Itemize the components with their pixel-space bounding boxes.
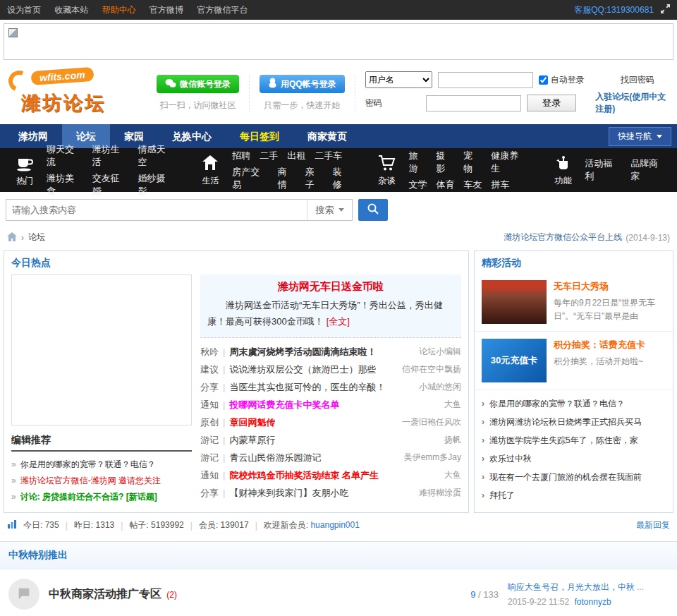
news-link[interactable]: 说说潍坊双层公交（旅游巴士）那些 <box>229 361 376 378</box>
news-author[interactable]: 美伊emm多Jay <box>404 449 461 466</box>
set-homepage-link[interactable]: 设为首页 <box>7 5 41 15</box>
cat-link-food[interactable]: 潍坊美食 <box>47 172 83 198</box>
expand-icon[interactable] <box>661 4 670 16</box>
news-author[interactable]: 小城的悠闲 <box>419 378 461 396</box>
news-link[interactable]: 青云山民俗游乐园游记 <box>229 449 321 466</box>
news-author[interactable]: 难得糊涂蛋 <box>419 484 461 502</box>
mid-autumn-section-header[interactable]: 中秋特别推出 <box>0 541 677 569</box>
headline-title-link[interactable]: 潍坊网无车日送金币啦 <box>207 280 454 294</box>
activity-link[interactable]: 潍坊医学院学生失踪5年了，陈住密，家 <box>489 431 638 449</box>
cat-link-emotion[interactable]: 情感天空 <box>138 143 174 169</box>
cat-link-dating[interactable]: 交友征婚 <box>92 172 129 198</box>
slideshow-placeholder[interactable] <box>11 274 192 425</box>
search-scope-dropdown[interactable]: 搜索 <box>307 200 352 220</box>
qq-login-button[interactable]: 用QQ帐号登录 <box>260 75 345 93</box>
find-password-link[interactable]: 找回密码 <box>621 74 654 86</box>
cat-link-secondhand[interactable]: 二手 <box>260 150 278 162</box>
editor-pick-link[interactable]: 讨论: 房贷提前还合不合适? [新话题] <box>20 489 157 505</box>
today-hot-panel: 今日热点 编辑推荐 » 你是用的哪家的宽带？联通？电信？ » 潍坊论坛官方微信-… <box>4 250 469 513</box>
cat-link-health[interactable]: 健康养生 <box>491 150 527 175</box>
cat-link-literature[interactable]: 文学 <box>408 179 427 191</box>
official-weibo-link[interactable]: 官方微博 <box>150 5 183 15</box>
quick-nav-button[interactable]: 快捷导航 <box>609 127 671 146</box>
cat-link-carpool[interactable]: 拼车 <box>491 179 509 191</box>
news-link[interactable]: 内蒙草原行 <box>229 431 275 449</box>
search-input[interactable] <box>6 200 307 220</box>
activity-link[interactable]: 现在有一个去厦门旅游的机会摆在我面前 <box>489 468 642 486</box>
news-link[interactable]: 院校炸鸡金币抽奖活动结束 名单产生 <box>229 466 379 484</box>
recharge-card-image[interactable]: 30元充值卡 <box>482 339 547 382</box>
cat-link-photography[interactable]: 摄影 <box>436 150 454 175</box>
auto-login-checkbox[interactable] <box>539 76 548 85</box>
editor-pick-link[interactable]: 你是用的哪家的宽带？联通？电信？ <box>20 457 156 473</box>
news-author[interactable]: 信仰在空中飘扬 <box>402 361 461 378</box>
cat-link-car-friends[interactable]: 车友 <box>463 179 482 191</box>
forum-avatar[interactable] <box>8 579 39 610</box>
bookmark-site-link[interactable]: 收藏本站 <box>54 5 88 15</box>
news-link[interactable]: 当医生其实也挺可怜的，医生的辛酸！ <box>229 378 385 396</box>
cat-link-pets[interactable]: 宠物 <box>463 150 482 175</box>
official-wechat-link[interactable]: 官方微信平台 <box>197 5 248 15</box>
cat-link-real-estate[interactable]: 房产交易 <box>232 166 269 191</box>
auto-login-label[interactable]: 自动登录 <box>539 74 615 86</box>
wechat-login-button[interactable]: 微信账号登录 <box>157 75 239 93</box>
cat-link-brand-merchants[interactable]: 品牌商家 <box>630 157 667 183</box>
register-link[interactable]: 入驻论坛(使用中文注册) <box>595 91 670 115</box>
cat-link-activity-benefits[interactable]: 活动福利 <box>585 157 622 183</box>
full-text-link[interactable]: [全文] <box>327 316 350 327</box>
password-input[interactable] <box>426 95 521 111</box>
news-link[interactable]: 周末虞河烧烤季活动圆满滴结束啦！ <box>229 343 376 361</box>
nav-item-yellow-pages[interactable]: 商家黄页 <box>293 124 361 148</box>
activity-link[interactable]: 欢乐过中秋 <box>489 449 532 468</box>
headline-body: 潍坊网送金币活动“无车日大秀场”！秀出公益，秀出健康！最高可获得300金币哦！[… <box>207 298 454 330</box>
separator: | <box>223 413 225 431</box>
last-post-link[interactable]: 响应大鱼号召，月光大放出，中秋 <box>508 582 635 592</box>
activity-link[interactable]: 拜托了 <box>489 486 515 505</box>
news-row: 秋吟| 周末虞河烧烤季活动圆满滴结束啦！ 论坛小编辑 <box>200 343 461 361</box>
editor-pick-link[interactable]: 潍坊论坛官方微信-潍坊网 邀请您关注 <box>20 473 161 489</box>
cat-link-travel[interactable]: 旅游 <box>408 150 427 175</box>
news-author[interactable]: 大鱼 <box>444 466 461 484</box>
cat-link-jobs[interactable]: 招聘 <box>232 150 250 162</box>
new-member-link[interactable]: huangpin001 <box>310 520 359 530</box>
site-logo[interactable]: wfits.com 潍坊论坛 <box>7 66 147 120</box>
search-button[interactable] <box>358 199 388 221</box>
service-qq-link[interactable]: 客服QQ:1319300681 <box>574 4 654 16</box>
cat-link-rent[interactable]: 出租 <box>287 150 305 162</box>
promo-title-link[interactable]: 积分抽奖：话费充值卡 <box>554 339 645 351</box>
login-button[interactable]: 登录 <box>527 95 576 111</box>
cat-link-decoration[interactable]: 装修 <box>333 166 351 191</box>
cat-link-used-cars[interactable]: 二手车 <box>315 150 342 162</box>
cat-link-business[interactable]: 商情 <box>278 166 296 191</box>
news-author[interactable]: 一袭旧袍任风吹 <box>402 413 461 431</box>
news-author[interactable]: 论坛小编辑 <box>419 343 461 361</box>
help-center-link[interactable]: 帮助中心 <box>102 5 136 15</box>
username-input[interactable] <box>438 72 533 88</box>
no-car-day-image[interactable] <box>482 280 547 324</box>
wechat-platform-notice-link[interactable]: 潍坊论坛官方微信公众平台上线 <box>504 231 622 243</box>
cat-link-sports[interactable]: 体育 <box>436 179 454 191</box>
qq-login-block: 用QQ帐号登录 只需一步，快速开始 <box>250 75 355 111</box>
cat-link-parenting[interactable]: 亲子 <box>305 166 324 191</box>
news-category: 通知 <box>200 396 219 413</box>
last-post-user-link[interactable]: fotonnyzb <box>575 597 611 607</box>
activity-link[interactable]: 潍坊网潍坊论坛秋日烧烤季正式招兵买马 <box>489 413 642 431</box>
topbar-links: 设为首页 收藏本站 帮助中心 官方微博 官方微信平台 <box>7 4 259 16</box>
cat-link-weifang-life[interactable]: 潍坊生活 <box>92 143 129 169</box>
news-link[interactable]: 【财神来到我家门】友朋小吃 <box>229 484 348 502</box>
notice-date: (2014-9-13) <box>626 233 670 243</box>
forum-title-link[interactable]: 中秋商家活动推广专区 <box>49 588 161 600</box>
activity-link[interactable]: 你是用的哪家的宽带？联通？电信？ <box>489 394 625 413</box>
breadcrumb-forum[interactable]: 论坛 <box>28 231 45 243</box>
news-author[interactable]: 扬帆 <box>444 431 461 449</box>
promo-title-link[interactable]: 无车日大秀场 <box>554 280 666 293</box>
news-link[interactable]: 投哪网话费充值卡中奖名单 <box>229 396 339 413</box>
login-type-select[interactable]: 用户名 <box>365 71 432 88</box>
home-icon[interactable] <box>7 232 17 243</box>
latest-reply-link[interactable]: 最新回复 <box>636 519 670 531</box>
news-author[interactable]: 大鱼 <box>444 396 461 413</box>
cat-link-chat[interactable]: 聊天交流 <box>47 143 83 169</box>
news-link[interactable]: 章回网魁传 <box>229 413 275 431</box>
cat-link-wedding-photo[interactable]: 婚纱摄影 <box>138 172 174 198</box>
nav-item-daily-signin[interactable]: 每日签到 <box>226 124 293 148</box>
